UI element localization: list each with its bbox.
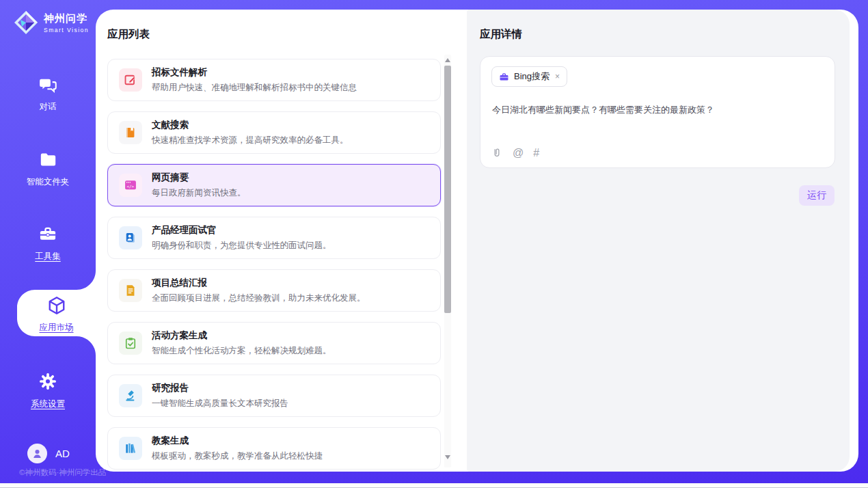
app-card-desc: 快速精准查找学术资源，提高研究效率的必备工具。 — [152, 135, 349, 146]
app-card-title: 活动方案生成 — [152, 329, 331, 342]
book-icon — [124, 126, 137, 139]
app-card-web-summary[interactable]: </> 网页摘要 每日政府新闻资讯快查。 — [107, 164, 441, 206]
edit-doc-icon — [124, 73, 137, 87]
microscope-icon — [124, 389, 137, 403]
tool-tag-bing-search[interactable]: Bing搜索 × — [491, 66, 567, 87]
briefcase-icon — [499, 72, 509, 82]
app-card-pm-interviewer[interactable]: 产品经理面试官 明确身份和职责，为您提供专业性的面试问题。 — [107, 217, 441, 259]
sidebar-item-label: 智能文件夹 — [0, 176, 96, 188]
brand-tagline: Smart Vision — [44, 27, 89, 33]
brand-logo: 神州问学 Smart Vision — [14, 10, 89, 35]
app-card-event-plan[interactable]: 活动方案生成 智能生成个性化活动方案，轻松解决规划难题。 — [107, 322, 441, 364]
sidebar-item-toolset[interactable]: 工具集 — [0, 224, 96, 262]
user-account[interactable]: AD — [27, 444, 70, 463]
app-list: 招标文件解析 帮助用户快速、准确地理解和解析招标书中的关键信息 文献搜索 快速精… — [107, 53, 442, 471]
interview-icon — [124, 231, 137, 245]
app-card-title: 项目总结汇报 — [152, 277, 366, 289]
sidebar-item-label: 工具集 — [0, 251, 96, 262]
app-list-title: 应用列表 — [107, 27, 150, 42]
browser-code-icon: </> — [124, 178, 137, 192]
app-card-title: 网页摘要 — [152, 172, 246, 184]
scroll-down-arrow-icon[interactable] — [445, 455, 450, 459]
sidebar-item-label: 系统设置 — [0, 398, 96, 410]
app-card-desc: 模板驱动，教案秒成，教学准备从此轻松快捷 — [152, 450, 323, 462]
input-toolbar: @ # — [491, 147, 539, 159]
scroll-up-arrow-icon[interactable] — [445, 58, 450, 62]
clipboard-check-icon — [124, 336, 137, 350]
sidebar-item-smart-folder[interactable]: 智能文件夹 — [0, 150, 96, 188]
app-card-desc: 明确身份和职责，为您提供专业性的面试问题。 — [152, 240, 331, 252]
prompt-card: Bing搜索 × 今日湖北有哪些新闻要点？有哪些需要关注的最新政策？ @ # — [480, 56, 835, 168]
app-card-desc: 每日政府新闻资讯快查。 — [152, 187, 246, 199]
cube-icon — [46, 295, 67, 316]
app-window: 神州问学 Smart Vision 对话 智能文件夹 — [0, 0, 868, 488]
bottom-strip — [0, 483, 868, 488]
tool-tag-close-icon[interactable]: × — [555, 72, 560, 81]
list-scrollbar-thumb[interactable] — [444, 66, 451, 313]
sidebar-item-app-market[interactable]: 应用市场 — [17, 290, 96, 336]
copyright-text: ©神州数码·神州问学出品 — [19, 467, 106, 478]
diamond-logo-icon — [14, 10, 38, 35]
tool-tag-label: Bing搜索 — [514, 70, 550, 83]
app-card-title: 招标文件解析 — [152, 66, 357, 79]
sidebar-item-label: 应用市场 — [17, 322, 96, 334]
brand-name: 神州问学 — [44, 12, 89, 25]
app-card-title: 研究报告 — [152, 382, 288, 394]
person-icon — [31, 448, 43, 459]
report-doc-icon — [124, 284, 137, 297]
app-card-project-summary[interactable]: 项目总结汇报 全面回顾项目进展，总结经验教训，助力未来优化发展。 — [107, 269, 441, 312]
run-button[interactable]: 运行 — [799, 185, 835, 206]
sidebar-item-chat[interactable]: 对话 — [0, 75, 96, 113]
app-card-title: 教案生成 — [152, 435, 323, 447]
app-card-desc: 帮助用户快速、准确地理解和解析招标书中的关键信息 — [152, 82, 357, 94]
toolbox-icon — [38, 224, 57, 243]
books-icon — [124, 442, 137, 455]
chat-icon — [39, 75, 57, 94]
mention-at-icon[interactable]: @ — [513, 148, 524, 159]
avatar — [27, 444, 47, 463]
paperclip-icon[interactable] — [491, 147, 503, 159]
sidebar-item-settings[interactable]: 系统设置 — [0, 372, 96, 410]
app-card-title: 产品经理面试官 — [152, 224, 331, 236]
app-card-research-report[interactable]: 研究报告 一键智能生成高质量长文本研究报告 — [107, 375, 441, 417]
app-detail-title: 应用详情 — [480, 27, 522, 42]
app-card-bid-parse[interactable]: 招标文件解析 帮助用户快速、准确地理解和解析招标书中的关键信息 — [107, 59, 441, 101]
gear-icon — [38, 372, 57, 391]
sidebar-item-label: 对话 — [0, 101, 96, 113]
svg-text:</>: </> — [127, 185, 135, 189]
app-card-desc: 智能生成个性化活动方案，轻松解决规划难题。 — [152, 345, 331, 357]
app-card-literature-search[interactable]: 文献搜索 快速精准查找学术资源，提高研究效率的必备工具。 — [107, 111, 441, 154]
user-initials: AD — [55, 448, 70, 459]
app-card-desc: 全面回顾项目进展，总结经验教训，助力未来优化发展。 — [152, 293, 366, 304]
app-card-lesson-plan[interactable]: 教案生成 模板驱动，教案秒成，教学准备从此轻松快捷 — [107, 427, 441, 470]
app-card-desc: 一键智能生成高质量长文本研究报告 — [152, 398, 288, 409]
app-card-title: 文献搜索 — [152, 119, 349, 131]
query-input[interactable]: 今日湖北有哪些新闻要点？有哪些需要关注的最新政策？ — [492, 103, 820, 117]
sidebar: 神州问学 Smart Vision 对话 智能文件夹 — [0, 0, 96, 483]
folder-icon — [39, 150, 57, 169]
hash-icon[interactable]: # — [533, 148, 539, 159]
